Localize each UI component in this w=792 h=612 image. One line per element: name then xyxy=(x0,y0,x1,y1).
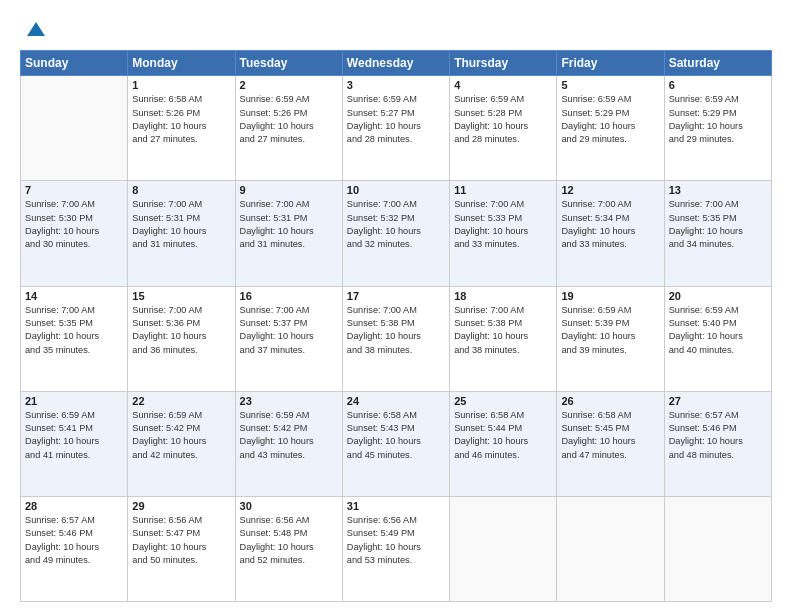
day-number: 28 xyxy=(25,500,123,512)
calendar-cell xyxy=(450,496,557,601)
week-row-2: 7Sunrise: 7:00 AM Sunset: 5:30 PM Daylig… xyxy=(21,181,772,286)
day-info: Sunrise: 6:58 AM Sunset: 5:26 PM Dayligh… xyxy=(132,93,230,146)
day-info: Sunrise: 6:59 AM Sunset: 5:42 PM Dayligh… xyxy=(132,409,230,462)
day-number: 10 xyxy=(347,184,445,196)
calendar-cell: 17Sunrise: 7:00 AM Sunset: 5:38 PM Dayli… xyxy=(342,286,449,391)
day-info: Sunrise: 6:56 AM Sunset: 5:47 PM Dayligh… xyxy=(132,514,230,567)
day-number: 3 xyxy=(347,79,445,91)
day-info: Sunrise: 7:00 AM Sunset: 5:31 PM Dayligh… xyxy=(132,198,230,251)
day-number: 27 xyxy=(669,395,767,407)
calendar-cell: 12Sunrise: 7:00 AM Sunset: 5:34 PM Dayli… xyxy=(557,181,664,286)
day-number: 7 xyxy=(25,184,123,196)
day-number: 2 xyxy=(240,79,338,91)
calendar-cell: 18Sunrise: 7:00 AM Sunset: 5:38 PM Dayli… xyxy=(450,286,557,391)
day-number: 18 xyxy=(454,290,552,302)
weekday-header-wednesday: Wednesday xyxy=(342,51,449,76)
calendar-cell: 9Sunrise: 7:00 AM Sunset: 5:31 PM Daylig… xyxy=(235,181,342,286)
day-number: 24 xyxy=(347,395,445,407)
day-number: 6 xyxy=(669,79,767,91)
calendar-cell: 22Sunrise: 6:59 AM Sunset: 5:42 PM Dayli… xyxy=(128,391,235,496)
weekday-header-saturday: Saturday xyxy=(664,51,771,76)
day-number: 9 xyxy=(240,184,338,196)
day-info: Sunrise: 6:59 AM Sunset: 5:29 PM Dayligh… xyxy=(561,93,659,146)
page: SundayMondayTuesdayWednesdayThursdayFrid… xyxy=(0,0,792,612)
day-info: Sunrise: 7:00 AM Sunset: 5:35 PM Dayligh… xyxy=(25,304,123,357)
weekday-header-row: SundayMondayTuesdayWednesdayThursdayFrid… xyxy=(21,51,772,76)
day-info: Sunrise: 6:57 AM Sunset: 5:46 PM Dayligh… xyxy=(669,409,767,462)
day-info: Sunrise: 7:00 AM Sunset: 5:31 PM Dayligh… xyxy=(240,198,338,251)
day-info: Sunrise: 6:59 AM Sunset: 5:27 PM Dayligh… xyxy=(347,93,445,146)
day-number: 5 xyxy=(561,79,659,91)
week-row-4: 21Sunrise: 6:59 AM Sunset: 5:41 PM Dayli… xyxy=(21,391,772,496)
day-info: Sunrise: 7:00 AM Sunset: 5:34 PM Dayligh… xyxy=(561,198,659,251)
weekday-header-tuesday: Tuesday xyxy=(235,51,342,76)
day-info: Sunrise: 7:00 AM Sunset: 5:38 PM Dayligh… xyxy=(454,304,552,357)
calendar-cell xyxy=(664,496,771,601)
day-info: Sunrise: 6:59 AM Sunset: 5:26 PM Dayligh… xyxy=(240,93,338,146)
calendar-cell: 31Sunrise: 6:56 AM Sunset: 5:49 PM Dayli… xyxy=(342,496,449,601)
day-number: 15 xyxy=(132,290,230,302)
calendar-cell: 15Sunrise: 7:00 AM Sunset: 5:36 PM Dayli… xyxy=(128,286,235,391)
weekday-header-monday: Monday xyxy=(128,51,235,76)
day-number: 8 xyxy=(132,184,230,196)
day-number: 16 xyxy=(240,290,338,302)
week-row-3: 14Sunrise: 7:00 AM Sunset: 5:35 PM Dayli… xyxy=(21,286,772,391)
day-info: Sunrise: 6:59 AM Sunset: 5:40 PM Dayligh… xyxy=(669,304,767,357)
calendar-table: SundayMondayTuesdayWednesdayThursdayFrid… xyxy=(20,50,772,602)
day-info: Sunrise: 6:59 AM Sunset: 5:39 PM Dayligh… xyxy=(561,304,659,357)
day-number: 1 xyxy=(132,79,230,91)
day-info: Sunrise: 7:00 AM Sunset: 5:33 PM Dayligh… xyxy=(454,198,552,251)
calendar-cell: 11Sunrise: 7:00 AM Sunset: 5:33 PM Dayli… xyxy=(450,181,557,286)
logo-triangle-icon xyxy=(27,20,45,38)
day-number: 19 xyxy=(561,290,659,302)
logo xyxy=(20,16,45,40)
day-info: Sunrise: 7:00 AM Sunset: 5:36 PM Dayligh… xyxy=(132,304,230,357)
day-number: 31 xyxy=(347,500,445,512)
day-number: 11 xyxy=(454,184,552,196)
day-info: Sunrise: 6:59 AM Sunset: 5:28 PM Dayligh… xyxy=(454,93,552,146)
calendar-cell: 20Sunrise: 6:59 AM Sunset: 5:40 PM Dayli… xyxy=(664,286,771,391)
calendar-cell: 2Sunrise: 6:59 AM Sunset: 5:26 PM Daylig… xyxy=(235,76,342,181)
day-number: 14 xyxy=(25,290,123,302)
day-info: Sunrise: 7:00 AM Sunset: 5:35 PM Dayligh… xyxy=(669,198,767,251)
day-number: 13 xyxy=(669,184,767,196)
calendar-cell: 3Sunrise: 6:59 AM Sunset: 5:27 PM Daylig… xyxy=(342,76,449,181)
weekday-header-sunday: Sunday xyxy=(21,51,128,76)
calendar-cell: 27Sunrise: 6:57 AM Sunset: 5:46 PM Dayli… xyxy=(664,391,771,496)
calendar-cell xyxy=(557,496,664,601)
day-number: 22 xyxy=(132,395,230,407)
day-info: Sunrise: 6:59 AM Sunset: 5:41 PM Dayligh… xyxy=(25,409,123,462)
calendar-cell: 10Sunrise: 7:00 AM Sunset: 5:32 PM Dayli… xyxy=(342,181,449,286)
calendar-cell: 6Sunrise: 6:59 AM Sunset: 5:29 PM Daylig… xyxy=(664,76,771,181)
calendar-cell: 26Sunrise: 6:58 AM Sunset: 5:45 PM Dayli… xyxy=(557,391,664,496)
header xyxy=(20,16,772,40)
day-info: Sunrise: 6:56 AM Sunset: 5:48 PM Dayligh… xyxy=(240,514,338,567)
calendar-cell: 5Sunrise: 6:59 AM Sunset: 5:29 PM Daylig… xyxy=(557,76,664,181)
week-row-5: 28Sunrise: 6:57 AM Sunset: 5:46 PM Dayli… xyxy=(21,496,772,601)
svg-marker-0 xyxy=(27,22,45,36)
calendar-cell: 25Sunrise: 6:58 AM Sunset: 5:44 PM Dayli… xyxy=(450,391,557,496)
calendar-cell: 21Sunrise: 6:59 AM Sunset: 5:41 PM Dayli… xyxy=(21,391,128,496)
day-number: 23 xyxy=(240,395,338,407)
calendar-cell: 7Sunrise: 7:00 AM Sunset: 5:30 PM Daylig… xyxy=(21,181,128,286)
week-row-1: 1Sunrise: 6:58 AM Sunset: 5:26 PM Daylig… xyxy=(21,76,772,181)
day-info: Sunrise: 7:00 AM Sunset: 5:38 PM Dayligh… xyxy=(347,304,445,357)
calendar-cell: 8Sunrise: 7:00 AM Sunset: 5:31 PM Daylig… xyxy=(128,181,235,286)
calendar-cell: 16Sunrise: 7:00 AM Sunset: 5:37 PM Dayli… xyxy=(235,286,342,391)
day-number: 29 xyxy=(132,500,230,512)
day-info: Sunrise: 6:57 AM Sunset: 5:46 PM Dayligh… xyxy=(25,514,123,567)
calendar-cell: 1Sunrise: 6:58 AM Sunset: 5:26 PM Daylig… xyxy=(128,76,235,181)
day-info: Sunrise: 7:00 AM Sunset: 5:30 PM Dayligh… xyxy=(25,198,123,251)
weekday-header-friday: Friday xyxy=(557,51,664,76)
calendar-cell: 14Sunrise: 7:00 AM Sunset: 5:35 PM Dayli… xyxy=(21,286,128,391)
day-number: 4 xyxy=(454,79,552,91)
calendar-cell: 30Sunrise: 6:56 AM Sunset: 5:48 PM Dayli… xyxy=(235,496,342,601)
day-info: Sunrise: 6:59 AM Sunset: 5:42 PM Dayligh… xyxy=(240,409,338,462)
calendar-cell: 24Sunrise: 6:58 AM Sunset: 5:43 PM Dayli… xyxy=(342,391,449,496)
day-number: 12 xyxy=(561,184,659,196)
day-info: Sunrise: 7:00 AM Sunset: 5:32 PM Dayligh… xyxy=(347,198,445,251)
calendar-cell: 19Sunrise: 6:59 AM Sunset: 5:39 PM Dayli… xyxy=(557,286,664,391)
calendar-cell: 4Sunrise: 6:59 AM Sunset: 5:28 PM Daylig… xyxy=(450,76,557,181)
calendar-cell: 23Sunrise: 6:59 AM Sunset: 5:42 PM Dayli… xyxy=(235,391,342,496)
day-info: Sunrise: 6:58 AM Sunset: 5:44 PM Dayligh… xyxy=(454,409,552,462)
